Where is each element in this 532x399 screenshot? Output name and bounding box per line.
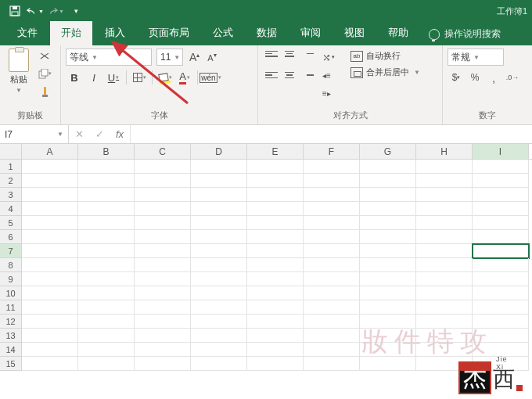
cell[interactable]: [247, 160, 304, 174]
cell[interactable]: [304, 357, 360, 371]
bold-button[interactable]: B: [66, 69, 83, 86]
cell[interactable]: [78, 216, 135, 230]
cell[interactable]: [135, 188, 191, 202]
redo-icon[interactable]: ▼: [47, 2, 64, 20]
cell[interactable]: [473, 300, 529, 315]
format-painter-button[interactable]: [36, 83, 53, 99]
paste-button[interactable]: 粘贴 ▼: [5, 49, 33, 94]
cell[interactable]: [247, 343, 304, 357]
row-header[interactable]: 2: [0, 174, 22, 188]
increase-decimal-button[interactable]: .0→: [504, 69, 521, 86]
border-button[interactable]: ▾: [131, 69, 148, 86]
cut-button[interactable]: [36, 49, 53, 64]
cell[interactable]: [135, 160, 191, 174]
cell[interactable]: [473, 160, 529, 174]
cell[interactable]: [78, 230, 135, 244]
cell[interactable]: [247, 216, 304, 230]
column-header[interactable]: C: [135, 144, 191, 159]
cell[interactable]: [473, 202, 529, 216]
cell[interactable]: [416, 258, 473, 272]
orientation-button[interactable]: ⤭▾: [322, 49, 340, 66]
cell[interactable]: [135, 357, 191, 371]
cell[interactable]: [247, 357, 304, 371]
cell[interactable]: [416, 230, 473, 244]
cell[interactable]: [135, 174, 191, 188]
cell[interactable]: [78, 202, 135, 216]
cell[interactable]: [416, 343, 473, 357]
decrease-font-button[interactable]: A▾: [206, 52, 217, 63]
cell[interactable]: [304, 329, 360, 343]
cell[interactable]: [78, 329, 135, 343]
cell[interactable]: [191, 357, 247, 371]
tab-formulas[interactable]: 公式: [202, 21, 244, 45]
cell[interactable]: [78, 188, 135, 202]
cell[interactable]: [360, 315, 416, 329]
cell[interactable]: [78, 286, 135, 300]
row-header[interactable]: 13: [0, 329, 22, 343]
cell[interactable]: [191, 300, 247, 315]
align-middle-button[interactable]: [281, 49, 298, 66]
phonetic-button[interactable]: wén▾: [202, 69, 219, 86]
fill-color-button[interactable]: ▾: [156, 69, 174, 86]
cell[interactable]: [135, 286, 191, 300]
cell[interactable]: [360, 286, 416, 300]
column-header[interactable]: E: [247, 144, 304, 159]
cell[interactable]: [247, 230, 304, 244]
number-format-combo[interactable]: 常规▼: [448, 49, 504, 66]
cell[interactable]: [304, 216, 360, 230]
cell[interactable]: [473, 315, 529, 329]
font-name-combo[interactable]: 等线▼: [66, 49, 152, 66]
cell[interactable]: [22, 357, 78, 371]
font-color-button[interactable]: A▾: [176, 69, 193, 86]
cell[interactable]: [416, 272, 473, 286]
cell[interactable]: [416, 300, 473, 315]
cell[interactable]: [78, 160, 135, 174]
cell[interactable]: [416, 174, 473, 188]
cell[interactable]: [473, 188, 529, 202]
cell[interactable]: [416, 286, 473, 300]
cell[interactable]: [78, 244, 135, 258]
cell[interactable]: [360, 216, 416, 230]
cell[interactable]: [247, 188, 304, 202]
tell-me-search[interactable]: 操作说明搜索: [421, 23, 509, 45]
align-left-button[interactable]: [263, 66, 280, 84]
cell[interactable]: [304, 202, 360, 216]
cell[interactable]: [304, 258, 360, 272]
column-header[interactable]: A: [22, 144, 78, 159]
cell[interactable]: [135, 272, 191, 286]
row-header[interactable]: 8: [0, 258, 22, 272]
align-top-button[interactable]: [263, 49, 280, 66]
column-header[interactable]: I: [473, 144, 529, 159]
cell[interactable]: [416, 160, 473, 174]
cell[interactable]: [191, 244, 247, 258]
tab-page-layout[interactable]: 页面布局: [138, 21, 200, 45]
cell[interactable]: [473, 216, 529, 230]
cell[interactable]: [191, 315, 247, 329]
cancel-formula-button[interactable]: ✕: [69, 128, 89, 140]
cell[interactable]: [191, 174, 247, 188]
cell[interactable]: [191, 216, 247, 230]
cell[interactable]: [78, 315, 135, 329]
column-header[interactable]: B: [78, 144, 135, 159]
cell[interactable]: [304, 244, 360, 258]
cell[interactable]: [22, 343, 78, 357]
cell[interactable]: [416, 216, 473, 230]
cell[interactable]: [191, 329, 247, 343]
cell[interactable]: [304, 230, 360, 244]
row-header[interactable]: 14: [0, 343, 22, 357]
cell[interactable]: [135, 216, 191, 230]
tab-data[interactable]: 数据: [246, 21, 288, 45]
underline-button[interactable]: U▾: [105, 69, 122, 86]
cell[interactable]: [191, 343, 247, 357]
cell[interactable]: [473, 272, 529, 286]
tab-insert[interactable]: 插入: [94, 21, 136, 45]
cell[interactable]: [473, 230, 529, 244]
cell[interactable]: [22, 188, 78, 202]
align-center-button[interactable]: [281, 66, 298, 84]
cell[interactable]: [304, 188, 360, 202]
cell[interactable]: [135, 202, 191, 216]
cell[interactable]: [304, 272, 360, 286]
cell[interactable]: [360, 343, 416, 357]
cell[interactable]: [135, 258, 191, 272]
align-right-button[interactable]: [299, 66, 316, 84]
